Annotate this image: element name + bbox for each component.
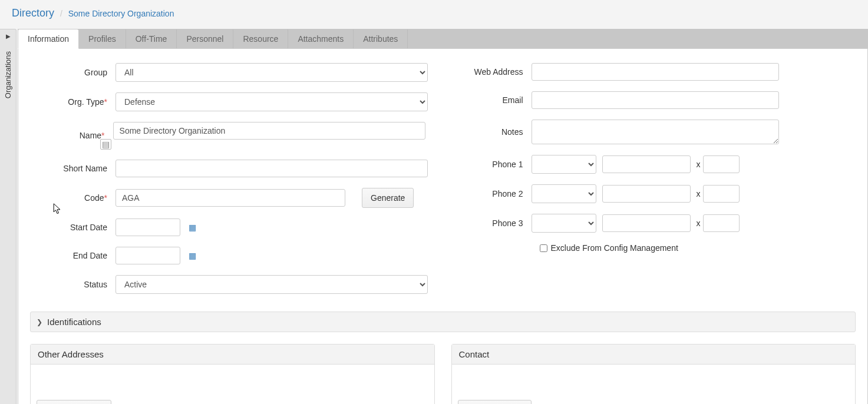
phone1-ext-label: x	[697, 160, 701, 169]
phone2-number-field[interactable]	[602, 185, 691, 203]
identifications-section-toggle[interactable]: ❯ Identifications	[30, 312, 856, 332]
tab-attachments[interactable]: Attachments	[288, 29, 354, 48]
contact-title: Contact	[452, 345, 856, 365]
startdate-label: Start Date	[30, 223, 115, 232]
orgtype-select[interactable]: Defense	[115, 92, 428, 111]
tab-personnel[interactable]: Personnel	[177, 29, 233, 48]
name-field[interactable]	[113, 122, 425, 140]
contact-panel: Contact + Add Contact	[451, 344, 856, 404]
generate-button[interactable]: Generate	[362, 188, 414, 208]
phone3-ext-field[interactable]	[703, 214, 740, 232]
phone3-ext-label: x	[697, 218, 701, 228]
tab-offtime[interactable]: Off-Time	[126, 29, 177, 48]
breadcrumb-separator: /	[60, 9, 62, 18]
group-label: Group	[30, 68, 115, 77]
notes-field[interactable]	[532, 120, 779, 144]
calendar-icon[interactable]: ▦	[189, 223, 196, 232]
breadcrumb: Directory / Some Directory Organization	[0, 0, 868, 29]
tab-information[interactable]: Information	[18, 29, 79, 49]
phone2-ext-field[interactable]	[703, 185, 740, 203]
breadcrumb-org-link[interactable]: Some Directory Organization	[68, 9, 174, 18]
web-field[interactable]	[532, 63, 779, 81]
tab-bar: Information Profiles Off-Time Personnel …	[18, 29, 868, 49]
add-address-button[interactable]: + Add Address	[37, 400, 111, 404]
email-label: Email	[455, 95, 532, 105]
notes-label: Notes	[455, 127, 532, 137]
side-panel-toggle[interactable]: ▶ Organizations	[0, 29, 16, 404]
phone3-number-field[interactable]	[602, 214, 691, 232]
calendar-icon[interactable]: ▦	[189, 251, 196, 260]
phone3-type-select[interactable]	[532, 214, 596, 233]
add-contact-button[interactable]: + Add Contact	[458, 400, 532, 404]
phone2-label: Phone 2	[455, 189, 532, 198]
enddate-field[interactable]	[115, 247, 180, 264]
expand-right-icon: ▶	[6, 33, 11, 39]
code-label: Code*	[30, 193, 115, 203]
other-addresses-title: Other Addresses	[31, 345, 434, 365]
web-label: Web Address	[455, 67, 532, 77]
phone1-ext-field[interactable]	[703, 155, 740, 173]
other-addresses-panel: Other Addresses + Add Address	[30, 344, 435, 404]
email-field[interactable]	[532, 91, 779, 109]
identifications-title: Identifications	[47, 317, 101, 327]
tab-resource[interactable]: Resource	[233, 29, 288, 48]
side-panel-label: Organizations	[4, 51, 12, 98]
phone1-number-field[interactable]	[602, 155, 691, 173]
phone2-type-select[interactable]	[532, 184, 596, 203]
shortname-label: Short Name	[30, 164, 115, 173]
phone1-label: Phone 1	[455, 160, 532, 169]
tab-panel-information: Group All Org. Type* Defense Name*	[18, 49, 868, 404]
exclude-config-label: Exclude From Config Management	[551, 243, 678, 253]
tab-profiles[interactable]: Profiles	[79, 29, 126, 48]
contact-card-icon[interactable]: ▤	[100, 139, 111, 150]
orgtype-label: Org. Type*	[30, 97, 115, 107]
phone1-type-select[interactable]	[532, 155, 596, 174]
breadcrumb-directory-link[interactable]: Directory	[12, 7, 54, 19]
shortname-field[interactable]	[115, 160, 428, 177]
code-field[interactable]	[115, 189, 345, 207]
tab-attributes[interactable]: Attributes	[354, 29, 408, 48]
phone2-ext-label: x	[697, 189, 701, 198]
status-select[interactable]: Active	[115, 275, 428, 294]
phone3-label: Phone 3	[455, 218, 532, 228]
exclude-config-checkbox[interactable]	[540, 244, 547, 252]
status-label: Status	[30, 280, 115, 289]
startdate-field[interactable]	[115, 218, 180, 236]
group-select[interactable]: All	[115, 63, 428, 82]
enddate-label: End Date	[30, 251, 115, 260]
chevron-right-icon: ❯	[37, 318, 42, 326]
